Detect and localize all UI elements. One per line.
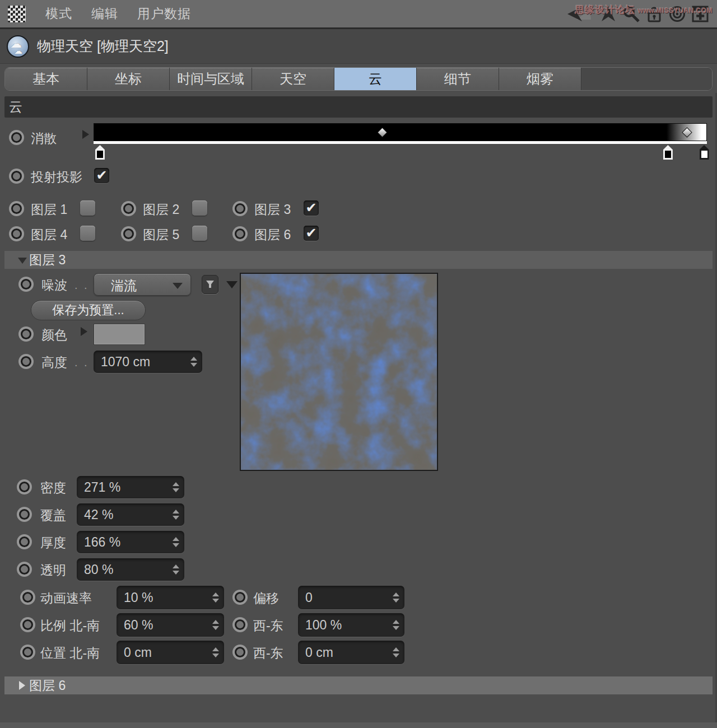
save-preset-button[interactable]: 保存为预置... (31, 300, 146, 320)
tab-coordinates[interactable]: 坐标 (87, 68, 170, 90)
transparency-input[interactable]: 80 % (77, 558, 184, 581)
gradient-knot-white[interactable] (700, 145, 709, 160)
gradient-knot-black[interactable] (95, 145, 105, 160)
animation-dot[interactable] (18, 354, 34, 369)
noise-type-value: 湍流 (111, 277, 137, 295)
tab-basic[interactable]: 基本 (5, 68, 87, 90)
gradient-bar[interactable] (94, 123, 707, 141)
spinner[interactable] (173, 564, 179, 575)
search-icon[interactable] (622, 5, 640, 23)
thickness-input[interactable]: 166 % (77, 531, 184, 553)
gradient-knot-black[interactable] (663, 145, 673, 160)
animation-dot[interactable] (20, 645, 35, 660)
animation-dot[interactable] (121, 201, 136, 216)
animation-dot[interactable] (20, 590, 35, 605)
animation-dot[interactable] (121, 226, 136, 241)
anim-speed-value: 10 % (124, 590, 153, 605)
animation-dot[interactable] (9, 201, 24, 216)
animation-dot[interactable] (232, 226, 248, 241)
layer-6-checkbox[interactable]: ✔ (304, 226, 319, 241)
gradient-bias-handle[interactable] (682, 128, 691, 137)
spinner[interactable] (173, 482, 179, 493)
expand-triangle-icon[interactable] (19, 681, 25, 690)
tab-sky[interactable]: 天空 (252, 68, 334, 90)
spinner[interactable] (190, 356, 197, 367)
preview-menu-triangle-icon[interactable] (226, 281, 238, 288)
scale-we-input[interactable]: 100 % (298, 613, 404, 637)
dissipation-row: 消散 (0, 122, 717, 162)
expand-arrow-icon[interactable] (81, 327, 87, 336)
back-arrow-icon[interactable] (565, 5, 594, 23)
spinner[interactable] (173, 536, 179, 548)
tab-details[interactable]: 细节 (417, 68, 499, 90)
shader-options-button[interactable] (202, 275, 218, 294)
forward-arrow-icon[interactable] (599, 5, 617, 23)
coverage-input[interactable]: 42 % (77, 503, 184, 526)
menu-edit[interactable]: 编辑 (91, 5, 118, 22)
thickness-label: 厚度 (40, 534, 66, 552)
layer-4-checkbox[interactable] (80, 226, 95, 241)
spinner[interactable] (393, 619, 399, 631)
scale-ns-input[interactable]: 60 % (117, 613, 224, 637)
animation-dot[interactable] (20, 617, 35, 632)
collapse-triangle-icon[interactable] (18, 258, 27, 264)
layer-5-checkbox[interactable] (192, 226, 207, 241)
tab-fog[interactable]: 烟雾 (499, 68, 581, 90)
animation-dot[interactable] (18, 326, 34, 342)
layer-1-checkbox[interactable] (80, 200, 95, 216)
height-input[interactable]: 1070 cm (94, 351, 202, 373)
target-icon[interactable] (668, 5, 686, 23)
color-swatch[interactable] (94, 324, 145, 345)
layer-label: 图层 1 (31, 201, 67, 218)
animation-dot[interactable] (17, 479, 32, 494)
group-header-layer3[interactable]: 图层 3 (4, 251, 713, 269)
offset-input[interactable]: 0 (298, 586, 404, 609)
layer-2-cell: 图层 2 (121, 197, 233, 221)
group-header-layer6[interactable]: 图层 6 (4, 676, 713, 694)
height-label: 高度 (41, 354, 67, 371)
page-title: 物理天空 [物理天空2] (37, 37, 169, 55)
position-we-input[interactable]: 0 cm (298, 641, 404, 664)
position-we-label: 西-东 (253, 645, 283, 662)
animation-dot[interactable] (9, 226, 24, 241)
save-preset-row: 保存为预置... (0, 300, 717, 320)
spinner[interactable] (393, 647, 399, 658)
section-title: 云 (9, 98, 22, 116)
new-panel-icon[interactable] (691, 5, 709, 23)
animation-dot[interactable] (18, 277, 34, 292)
density-input[interactable]: 271 % (77, 476, 184, 498)
noise-row: 噪波 . . 湍流 (0, 273, 717, 296)
position-ns-input[interactable]: 0 cm (117, 641, 224, 664)
noise-type-dropdown[interactable]: 湍流 (94, 273, 191, 296)
spinner[interactable] (173, 509, 179, 520)
coverage-value: 42 % (84, 507, 113, 522)
attribute-manager-panel: 模式 编辑 用户数据 (0, 0, 717, 728)
anim-speed-input[interactable]: 10 % (117, 586, 224, 609)
tab-clouds[interactable]: 云 (334, 68, 417, 90)
lock-icon[interactable] (645, 5, 663, 23)
spinner[interactable] (393, 592, 399, 603)
animation-dot[interactable] (17, 534, 32, 549)
tab-time-location[interactable]: 时间与区域 (170, 68, 252, 90)
menu-mode[interactable]: 模式 (45, 5, 72, 22)
layer-3-checkbox[interactable]: ✔ (304, 200, 319, 216)
spinner[interactable] (212, 647, 219, 658)
animation-dot[interactable] (17, 507, 32, 522)
spinner[interactable] (212, 592, 219, 603)
animation-dot[interactable] (232, 590, 248, 605)
animation-dot[interactable] (232, 201, 248, 216)
expand-arrow-icon[interactable] (82, 130, 89, 139)
animation-dot[interactable] (17, 562, 32, 577)
animation-dot[interactable] (232, 617, 248, 632)
gradient-bias-handle[interactable] (378, 128, 387, 137)
animation-dot[interactable] (9, 130, 24, 145)
cast-shadow-checkbox[interactable]: ✔ (94, 168, 109, 183)
animation-dot[interactable] (232, 645, 248, 660)
height-value: 1070 cm (101, 354, 150, 370)
panel-bottom-strip (0, 722, 717, 728)
layer-2-checkbox[interactable] (192, 200, 207, 216)
spinner[interactable] (212, 619, 219, 631)
panel-grid-icon[interactable] (8, 6, 26, 22)
animation-dot[interactable] (9, 169, 24, 184)
menu-user-data[interactable]: 用户数据 (137, 5, 191, 22)
